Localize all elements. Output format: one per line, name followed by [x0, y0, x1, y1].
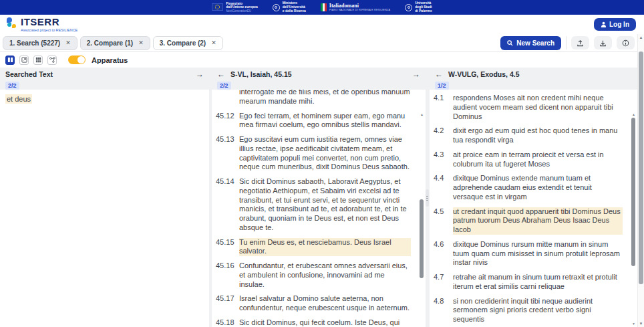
isaiah-verse-list: interrogate me de filiis meis, et de ope…	[212, 90, 426, 327]
verse-row[interactable]: 45.14 Sic dicit Dominus sabaoth, Laborav…	[216, 177, 411, 233]
verse-row[interactable]: 4.8 si non crediderint inquit tibi neque…	[434, 297, 623, 324]
verse-number: 4.8	[434, 297, 448, 324]
searched-text-value[interactable]: et deus	[5, 94, 32, 104]
next-arrow-icon[interactable]: →	[196, 70, 204, 78]
new-search-button[interactable]: New Search	[500, 36, 561, 50]
tab-search[interactable]: 1. Search (5227) ✕	[3, 36, 77, 50]
italiadomani-name: Italiadomani	[329, 3, 390, 9]
italy-flag-icon	[321, 3, 327, 11]
verse-row[interactable]: 45.15 Tu enim Deus es, et nesciebamus. D…	[216, 238, 411, 257]
isaiah-body: interrogate me de filiis meis, et de ope…	[212, 90, 426, 327]
searched-text-header: Searched Text → 2/2	[0, 68, 209, 90]
scroll-thumb[interactable]	[420, 199, 424, 278]
divider	[566, 36, 567, 49]
scroll-thumb[interactable]	[631, 118, 635, 266]
graph-view-icon	[49, 57, 55, 63]
verse-number: 4.5	[434, 207, 448, 235]
scroll-up-icon[interactable]: ▲	[420, 112, 424, 116]
verse-text: Sic dicit Dominus, qui fecit coelum. Ist…	[239, 318, 411, 327]
searched-text-column: Searched Text → 2/2 et deus	[0, 68, 209, 327]
itserr-logo[interactable]: ITSERR Associated project to RESILIENCE	[7, 17, 77, 32]
italiadomani-subtitle: PIANO NAZIONALE DI RIPRESA E RESILIENZA	[329, 9, 390, 11]
verse-number: 45.15	[216, 238, 234, 257]
upload-button[interactable]	[571, 36, 589, 49]
result-count-badge: 2/2	[217, 82, 231, 90]
overlay-view-button[interactable]	[19, 56, 29, 65]
toggle-knob	[77, 56, 85, 64]
verse-row[interactable]: interrogate me de filiis meis, et de ope…	[216, 90, 411, 106]
verse-text: ut credant inquit quod apparuerit tibi D…	[453, 207, 623, 235]
unipa-emblem-icon	[405, 4, 412, 11]
scroll-thumb[interactable]	[639, 51, 643, 284]
verse-row[interactable]: 4.2 dixit ergo ad eum quid est hoc quod …	[434, 126, 623, 145]
result-count-badge: 1/2	[435, 82, 449, 90]
tab-close-icon[interactable]: ✕	[138, 39, 144, 46]
verse-text: dixitque Dominus rursum mitte manum in s…	[453, 240, 623, 267]
verse-number: 45.16	[216, 261, 234, 289]
verse-row[interactable]: 45.12 Ego feci terram, et hominem super …	[216, 112, 411, 130]
funding-bar: Finanziato dall'Unione europea NextGener…	[0, 0, 644, 15]
unipa-logo: Università degli Studi di Palermo	[405, 1, 432, 13]
verse-number	[216, 90, 234, 106]
isaiah-column: ← S-VL, Isaiah, 45.15 → 2/2 interrogate …	[212, 68, 426, 327]
verse-number: 45.12	[216, 112, 234, 130]
tab-search-label: 1. Search (5227)	[9, 39, 60, 47]
scroll-down-icon[interactable]: ▼	[631, 322, 636, 326]
view-toolbar: Apparatus	[0, 52, 644, 68]
page-scrollbar[interactable]: ▲ ▼	[637, 34, 644, 327]
table-view-button[interactable]	[33, 56, 43, 65]
verse-text: interrogate me de filiis meis, et de ope…	[239, 90, 411, 106]
verse-text: respondens Moses ait non credent mihi ne…	[453, 94, 623, 121]
info-icon	[622, 39, 629, 47]
tab-close-icon[interactable]: ✕	[211, 39, 216, 46]
login-button[interactable]: Log In	[594, 18, 636, 31]
verse-text: retrahe ait manum in sinum tuum retraxit…	[453, 273, 623, 292]
verse-number: 4.3	[434, 150, 448, 169]
brand-tagline: Associated project to RESILIENCE	[21, 28, 77, 32]
verse-row[interactable]: 4.3 ait proice eam in terram proiecit et…	[434, 150, 623, 169]
eu-flag-icon	[212, 3, 223, 11]
ministry-logo: Ministero dell'Università e della Ricerc…	[273, 1, 306, 13]
next-arrow-icon[interactable]: →	[412, 70, 420, 78]
tab-compare-2[interactable]: 3. Compare (2) ✕	[153, 36, 223, 50]
verse-row[interactable]: 4.5 ut credant inquit quod apparuerit ti…	[434, 207, 623, 235]
eu-funding-line3: NextGenerationEU	[226, 9, 258, 13]
verse-number: 45.13	[216, 135, 234, 172]
graph-view-button[interactable]	[47, 56, 57, 65]
verse-text: Tu enim Deus es, et nesciebamus. Deus Is…	[239, 238, 411, 257]
exodus-title: W-VULG, Exodus, 4.5	[448, 70, 520, 78]
verse-text: si non crediderint inquit tibi neque aud…	[453, 297, 623, 324]
prev-arrow-icon[interactable]: ←	[435, 70, 443, 78]
verse-number: 4.2	[434, 126, 448, 145]
upload-icon	[577, 39, 584, 47]
columns-view-icon	[7, 57, 13, 63]
verse-row[interactable]: 4.4 dixitque Dominus extende manum tuam …	[434, 174, 623, 201]
tab-close-icon[interactable]: ✕	[65, 39, 71, 46]
search-icon	[507, 40, 513, 46]
columns-view-button[interactable]	[5, 56, 15, 65]
prev-arrow-icon[interactable]: ←	[217, 70, 225, 78]
verse-row[interactable]: 4.6 dixitque Dominus rursum mitte manum …	[434, 240, 623, 267]
scroll-up-icon[interactable]: ▲	[631, 112, 636, 116]
column-resize-handle[interactable]	[426, 189, 429, 207]
download-button[interactable]	[594, 36, 612, 49]
verse-number: 4.1	[434, 94, 448, 121]
verse-number: 45.18	[216, 318, 234, 327]
download-icon	[599, 39, 607, 47]
verse-row[interactable]: 4.1 respondens Moses ait non credent mih…	[434, 94, 623, 121]
scroll-up-icon[interactable]: ▲	[638, 35, 644, 39]
tab-compare-1[interactable]: 2. Compare (1) ✕	[80, 36, 150, 50]
info-button[interactable]	[617, 36, 635, 49]
verse-row[interactable]: 45.16 Confundantur, et erubescant omnes …	[216, 261, 411, 289]
scroll-down-icon[interactable]: ▼	[638, 322, 644, 326]
verse-row[interactable]: 45.13 Ego suscitavi eum cum iustitia reg…	[216, 135, 411, 172]
verse-row[interactable]: 45.18 Sic dicit Dominus, qui fecit coelu…	[216, 318, 411, 327]
verse-row[interactable]: 4.7 retrahe ait manum in sinum tuum retr…	[434, 273, 623, 292]
apparatus-toggle[interactable]	[68, 56, 86, 64]
exodus-scrollbar[interactable]: ▲ ▼	[631, 114, 636, 324]
verse-row[interactable]: 45.17 Israel salvatur a Domino salute ae…	[216, 294, 411, 313]
compare-content: Searched Text → 2/2 et deus ← S-VL, Isai…	[0, 68, 644, 327]
verse-text: ait proice eam in terram proiecit et ver…	[453, 150, 623, 169]
itserr-logo-icon	[7, 17, 17, 29]
isaiah-scrollbar[interactable]: ▲	[420, 114, 424, 324]
